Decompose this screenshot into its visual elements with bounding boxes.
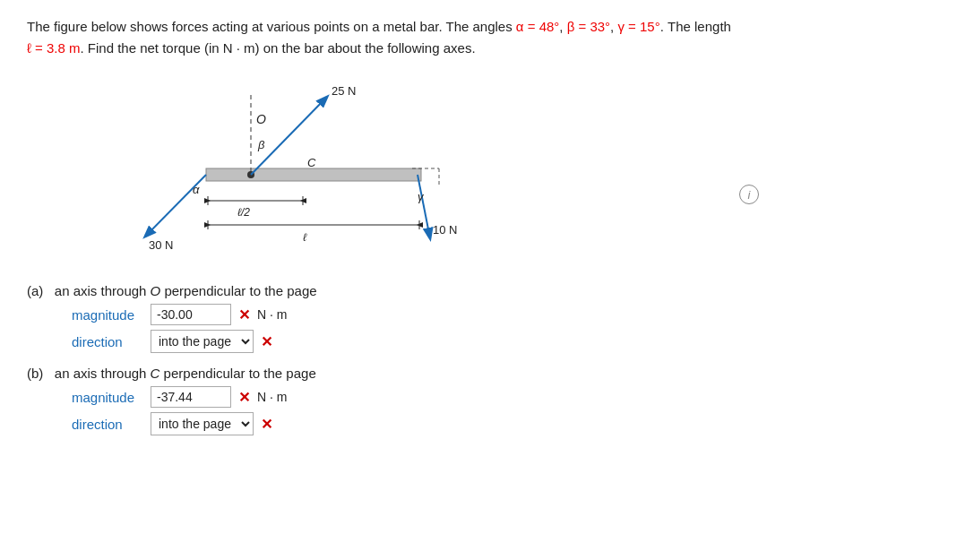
direction-label-b: direction — [72, 417, 143, 432]
svg-text:ℓ: ℓ — [303, 231, 307, 244]
info-circle-icon[interactable]: i — [739, 185, 759, 204]
part-a-axis-text: an axis through O perpendicular to the p… — [55, 283, 317, 298]
svg-text:25 N: 25 N — [332, 84, 356, 98]
svg-text:α: α — [193, 183, 200, 196]
magnitude-label-b: magnitude — [72, 390, 143, 405]
magnitude-label-a: magnitude — [72, 307, 143, 323]
problem-statement: The figure below shows forces acting at … — [27, 16, 938, 59]
direction-select-b[interactable]: into the page out of the page — [151, 412, 254, 435]
gamma-value: γ = 15° — [617, 19, 659, 34]
magnitude-error-b: ✕ — [238, 389, 250, 406]
direction-error-a: ✕ — [261, 333, 272, 350]
unit-a: N · m — [257, 307, 287, 322]
part-a-magnitude-row: magnitude ✕ N · m — [72, 304, 938, 325]
beta-value: β = 33° — [567, 19, 610, 34]
magnitude-input-b[interactable] — [151, 386, 231, 408]
instruction-text: . Find the net torque (in N · m) on the … — [80, 40, 475, 56]
part-b-letter: (b) — [27, 366, 51, 381]
svg-text:ℓ/2: ℓ/2 — [237, 206, 250, 219]
direction-label-a: direction — [72, 334, 143, 349]
comma1: , — [559, 19, 566, 34]
unit-b: N · m — [257, 390, 287, 404]
svg-text:10 N: 10 N — [433, 223, 457, 237]
part-a-letter: (a) — [27, 283, 51, 298]
period: . The length — [660, 19, 731, 34]
alpha-value: α = 48° — [516, 19, 559, 34]
part-b-direction-row: direction into the page out of the page … — [72, 412, 938, 435]
direction-select-a[interactable]: into the page out of the page — [151, 330, 254, 353]
part-a-section: (a) an axis through O perpendicular to t… — [27, 283, 938, 353]
part-b-section: (b) an axis through C perpendicular to t… — [27, 366, 938, 435]
diagram-svg: O 25 N β — [99, 68, 475, 265]
part-a-direction-row: direction into the page out of the page … — [72, 330, 938, 353]
svg-text:O: O — [256, 112, 266, 126]
intro-text: The figure below shows forces acting at … — [27, 19, 516, 34]
diagram-container: O 25 N β — [99, 68, 475, 265]
magnitude-input-a[interactable] — [151, 304, 231, 325]
length-value: ℓ = 3.8 m — [27, 40, 80, 56]
part-b-title: (b) an axis through C perpendicular to t… — [27, 366, 938, 381]
direction-error-b: ✕ — [261, 416, 272, 433]
svg-text:30 N: 30 N — [149, 238, 173, 252]
magnitude-error-a: ✕ — [238, 306, 250, 323]
part-b-magnitude-row: magnitude ✕ N · m — [72, 386, 938, 408]
part-a-title: (a) an axis through O perpendicular to t… — [27, 283, 938, 298]
figure-area: O 25 N β — [99, 68, 938, 274]
svg-text:C: C — [307, 156, 316, 169]
svg-rect-0 — [206, 168, 421, 181]
part-b-axis-text: an axis through C perpendicular to the p… — [55, 366, 316, 381]
svg-text:β: β — [257, 138, 265, 151]
